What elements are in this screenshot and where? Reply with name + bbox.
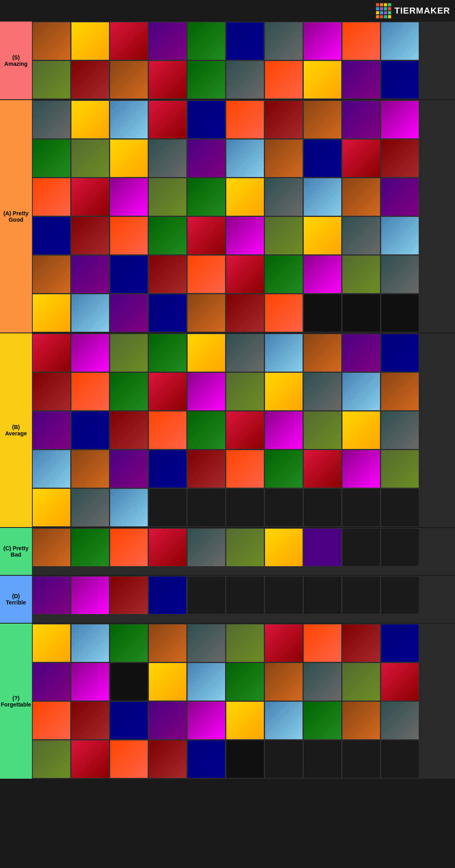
tier-img[interactable] [303, 22, 342, 60]
tier-img[interactable] [381, 372, 419, 411]
tier-img[interactable] [265, 255, 303, 293]
tier-img[interactable] [187, 411, 226, 449]
tier-img[interactable] [32, 334, 71, 372]
tier-img[interactable] [342, 294, 380, 332]
tier-img[interactable] [381, 61, 419, 99]
tier-img[interactable] [32, 624, 71, 662]
tier-img[interactable] [110, 450, 148, 488]
tier-img[interactable] [303, 217, 342, 255]
tier-img[interactable] [110, 624, 148, 662]
tier-img[interactable] [303, 294, 342, 332]
tier-img[interactable] [148, 22, 187, 60]
tier-img[interactable] [381, 255, 419, 293]
tier-img[interactable] [226, 740, 264, 778]
tier-img[interactable] [265, 528, 303, 567]
tier-img[interactable] [265, 663, 303, 701]
tier-img[interactable] [342, 663, 380, 701]
tier-img[interactable] [71, 740, 109, 778]
tier-img[interactable] [110, 701, 148, 740]
tier-img[interactable] [148, 740, 187, 778]
tier-img[interactable] [381, 294, 419, 332]
tier-img[interactable] [110, 22, 148, 60]
tier-img[interactable] [32, 450, 71, 488]
tier-img[interactable] [110, 372, 148, 411]
tier-img[interactable] [71, 528, 109, 567]
tier-img[interactable] [110, 61, 148, 99]
tier-img[interactable] [71, 663, 109, 701]
tier-img[interactable] [265, 100, 303, 139]
tier-img[interactable] [226, 178, 264, 216]
tier-img[interactable] [226, 217, 264, 255]
tier-img[interactable] [71, 411, 109, 449]
tier-img[interactable] [148, 663, 187, 701]
tier-img[interactable] [32, 488, 71, 527]
tier-img[interactable] [187, 100, 226, 139]
tier-img[interactable] [265, 624, 303, 662]
tier-img[interactable] [110, 576, 148, 614]
tier-img[interactable] [71, 450, 109, 488]
tier-img[interactable] [71, 100, 109, 139]
tier-img[interactable] [187, 178, 226, 216]
tier-img[interactable] [32, 139, 71, 177]
tier-img[interactable] [187, 334, 226, 372]
tier-img[interactable] [226, 663, 264, 701]
tier-img[interactable] [148, 178, 187, 216]
tier-img[interactable] [226, 22, 264, 60]
tier-img[interactable] [71, 624, 109, 662]
tier-img[interactable] [342, 178, 380, 216]
tier-img[interactable] [303, 100, 342, 139]
tier-img[interactable] [226, 255, 264, 293]
tier-img[interactable] [110, 217, 148, 255]
tier-img[interactable] [187, 139, 226, 177]
tier-img[interactable] [303, 61, 342, 99]
tier-img[interactable] [187, 61, 226, 99]
tier-img[interactable] [226, 372, 264, 411]
tier-img[interactable] [32, 22, 71, 60]
tier-img[interactable] [148, 528, 187, 567]
tier-img[interactable] [148, 701, 187, 740]
tier-img[interactable] [265, 217, 303, 255]
tier-img[interactable] [71, 488, 109, 527]
tier-img[interactable] [381, 334, 419, 372]
tier-img[interactable] [187, 528, 226, 567]
tier-img[interactable] [32, 411, 71, 449]
tier-img[interactable] [187, 450, 226, 488]
tier-img[interactable] [342, 22, 380, 60]
tier-img[interactable] [71, 255, 109, 293]
tier-img[interactable] [32, 178, 71, 216]
tier-img[interactable] [226, 294, 264, 332]
tier-img[interactable] [265, 411, 303, 449]
tier-img[interactable] [32, 576, 71, 614]
tier-img[interactable] [148, 450, 187, 488]
tier-img[interactable] [71, 701, 109, 740]
tier-img[interactable] [226, 624, 264, 662]
tier-img[interactable] [342, 61, 380, 99]
tier-img[interactable] [381, 217, 419, 255]
tier-img[interactable] [342, 217, 380, 255]
tier-img[interactable] [342, 139, 380, 177]
tier-img[interactable] [381, 139, 419, 177]
tier-img[interactable] [381, 450, 419, 488]
tier-img[interactable] [226, 61, 264, 99]
tier-img[interactable] [303, 372, 342, 411]
tier-img[interactable] [187, 372, 226, 411]
tier-img[interactable] [71, 217, 109, 255]
tier-img[interactable] [110, 255, 148, 293]
tier-img[interactable] [265, 178, 303, 216]
tier-img[interactable] [265, 701, 303, 740]
tier-img[interactable] [148, 100, 187, 139]
tier-img[interactable] [226, 334, 264, 372]
tier-img[interactable] [303, 139, 342, 177]
tier-img[interactable] [71, 334, 109, 372]
tier-img[interactable] [32, 701, 71, 740]
tier-img[interactable] [110, 740, 148, 778]
tier-img[interactable] [71, 178, 109, 216]
tier-img[interactable] [303, 334, 342, 372]
tier-img[interactable] [187, 663, 226, 701]
tier-img[interactable] [148, 334, 187, 372]
tier-img[interactable] [110, 663, 148, 701]
tier-img[interactable] [303, 255, 342, 293]
tier-img[interactable] [381, 22, 419, 60]
tier-img[interactable] [187, 294, 226, 332]
tier-img[interactable] [226, 701, 264, 740]
